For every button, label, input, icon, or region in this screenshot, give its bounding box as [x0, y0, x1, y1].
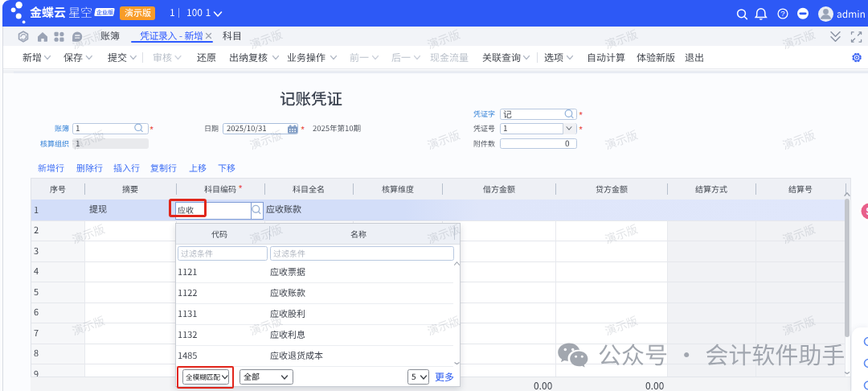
- svg-text:?: ?: [780, 9, 784, 18]
